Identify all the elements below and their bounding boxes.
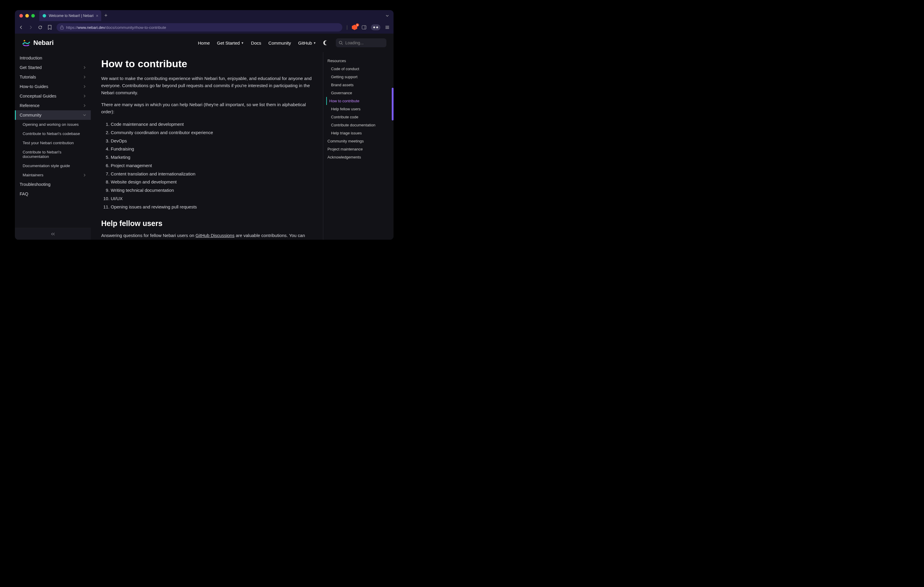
sidebar-item-label: Troubleshooting — [20, 182, 50, 187]
forward-icon[interactable] — [28, 25, 33, 30]
chevron-right-icon — [83, 174, 86, 177]
toc-item[interactable]: Help triage issues — [326, 129, 391, 137]
list-item: Marketing — [111, 153, 313, 161]
maximize-window-button[interactable] — [31, 14, 35, 18]
sidebar-subitem[interactable]: Contribute to Nebari's codebase — [15, 129, 91, 138]
chevron-right-icon — [83, 66, 86, 69]
sidebar-item-label: Test your Nebari contribution — [23, 141, 74, 145]
sidebar-subitem[interactable]: Contribute to Nebari's documentation — [15, 148, 91, 161]
sidebar-item-tutorials[interactable]: Tutorials — [15, 72, 91, 82]
reload-icon[interactable] — [38, 25, 43, 30]
toc-item[interactable]: Contribute documentation — [326, 121, 391, 129]
toc-item[interactable]: Help fellow users — [326, 105, 391, 113]
nav-github[interactable]: GitHub▼ — [298, 40, 316, 46]
sidebar-item-label: Maintainers — [23, 173, 43, 177]
svg-point-4 — [373, 26, 375, 28]
search-icon — [339, 41, 343, 45]
nav-home[interactable]: Home — [198, 40, 210, 46]
theme-toggle-icon[interactable] — [323, 40, 328, 46]
sidebar-item-introduction[interactable]: Introduction — [15, 53, 91, 63]
sidebar-item-label: Opening and working on issues — [23, 122, 79, 127]
table-of-contents: ResourcesCode of conductGetting supportB… — [323, 52, 394, 240]
sidebar-subitem[interactable]: Opening and working on issues — [15, 120, 91, 129]
sidebar-item-troubleshooting[interactable]: Troubleshooting — [15, 179, 91, 189]
list-item: Opening issues and reviewing pull reques… — [111, 203, 313, 211]
list-item: Community coordination and contributor e… — [111, 128, 313, 137]
nav-getstarted[interactable]: Get Started▼ — [217, 40, 244, 46]
bookmark-icon[interactable] — [47, 25, 53, 30]
toc-item[interactable]: Governance — [326, 89, 391, 97]
nav-docs[interactable]: Docs — [251, 40, 261, 46]
back-icon[interactable] — [18, 25, 24, 30]
list-item: Writing technical documentation — [111, 186, 313, 194]
sidebar-item-community[interactable]: Community — [15, 110, 91, 120]
sidebar-subitem[interactable]: Maintainers — [15, 170, 91, 179]
sidebar-item-label: Introduction — [20, 56, 42, 60]
sidebar-item-label: Get Started — [20, 65, 42, 70]
toc-item[interactable]: How to contribute — [326, 97, 391, 105]
sidebar-item-label: Community — [20, 113, 41, 117]
site-search[interactable]: Loading... — [336, 38, 386, 47]
sidebar-item-label: FAQ — [20, 191, 28, 196]
sidebar-subitem[interactable]: Test your Nebari contribution — [15, 138, 91, 148]
intro-paragraph-1: We want to make the contributing experie… — [101, 75, 313, 96]
lock-icon — [60, 25, 64, 30]
page-root: Nebari Home Get Started▼ Docs Community … — [15, 34, 394, 240]
list-item: Content translation and internationaliza… — [111, 170, 313, 178]
toc-item[interactable]: Getting support — [326, 73, 391, 81]
link-github-discussions[interactable]: GitHub Discussions — [196, 233, 234, 238]
page-title: How to contribute — [101, 58, 313, 69]
close-window-button[interactable] — [19, 14, 23, 18]
sidepanel-icon[interactable] — [361, 25, 367, 30]
toc-item[interactable]: Acknowledgements — [326, 153, 391, 161]
brand-text: Nebari — [33, 39, 54, 47]
close-tab-icon[interactable]: × — [96, 13, 98, 18]
chevron-right-icon — [83, 113, 86, 117]
article-main: How to contribute We want to make the co… — [91, 52, 323, 240]
shield-count-badge: 1 — [356, 23, 359, 26]
docs-sidebar: IntroductionGet StartedTutorialsHow-to G… — [15, 52, 91, 240]
sidebar-item-conceptual-guides[interactable]: Conceptual Guides — [15, 91, 91, 101]
svg-point-9 — [24, 40, 25, 42]
nav-community[interactable]: Community — [269, 40, 291, 46]
toc-item[interactable]: Contribute code — [326, 113, 391, 121]
brave-shield-icon[interactable]: 1 — [352, 25, 357, 30]
sidebar-item-label: Documentation style guide — [23, 164, 70, 168]
scrollbar-thumb[interactable] — [392, 88, 394, 120]
list-item: UI/UX — [111, 194, 313, 203]
collapse-sidebar-button[interactable] — [15, 228, 91, 240]
toc-item[interactable]: Brand assets — [326, 81, 391, 89]
profile-icon[interactable] — [371, 25, 380, 30]
list-item: Code maintenance and development — [111, 120, 313, 128]
tabs-dropdown-icon[interactable] — [386, 14, 389, 18]
section-help-users: Help fellow users — [101, 219, 313, 228]
sidebar-item-how-to-guides[interactable]: How-to Guides — [15, 82, 91, 91]
sidebar-item-faq[interactable]: FAQ — [15, 189, 91, 199]
url-bar[interactable]: https://www.nebari.dev/docs/community#ho… — [56, 23, 342, 31]
sidebar-item-label: Contribute to Nebari's documentation — [23, 150, 86, 159]
chevron-right-icon — [83, 95, 86, 97]
toc-item[interactable]: Code of conduct — [326, 65, 391, 73]
sidebar-item-get-started[interactable]: Get Started — [15, 63, 91, 72]
minimize-window-button[interactable] — [25, 14, 29, 18]
svg-point-5 — [376, 26, 378, 28]
browser-tab[interactable]: Welcome to Nebari! | Nebari × — [39, 10, 101, 21]
site-header: Nebari Home Get Started▼ Docs Community … — [15, 34, 394, 52]
menu-icon[interactable] — [384, 25, 390, 30]
new-tab-button[interactable]: + — [104, 13, 107, 19]
sidebar-item-label: Reference — [20, 103, 40, 108]
sidebar-item-reference[interactable]: Reference — [15, 101, 91, 110]
svg-rect-2 — [362, 26, 366, 29]
toc-item[interactable]: Community meetings — [326, 137, 391, 145]
chevron-down-icon: ▼ — [241, 41, 244, 44]
browser-toolbar: https://www.nebari.dev/docs/community#ho… — [15, 21, 394, 34]
help-users-paragraph: Answering questions for fellow Nebari us… — [101, 232, 313, 240]
chevron-down-icon: ▼ — [313, 41, 316, 44]
sidebar-subitem[interactable]: Documentation style guide — [15, 161, 91, 170]
search-placeholder: Loading... — [345, 40, 364, 45]
toc-item[interactable]: Project maintenance — [326, 145, 391, 153]
list-item: Fundraising — [111, 145, 313, 153]
site-logo[interactable]: Nebari — [22, 39, 54, 47]
toc-item[interactable]: Resources — [326, 57, 391, 65]
chevron-right-icon — [83, 104, 86, 107]
